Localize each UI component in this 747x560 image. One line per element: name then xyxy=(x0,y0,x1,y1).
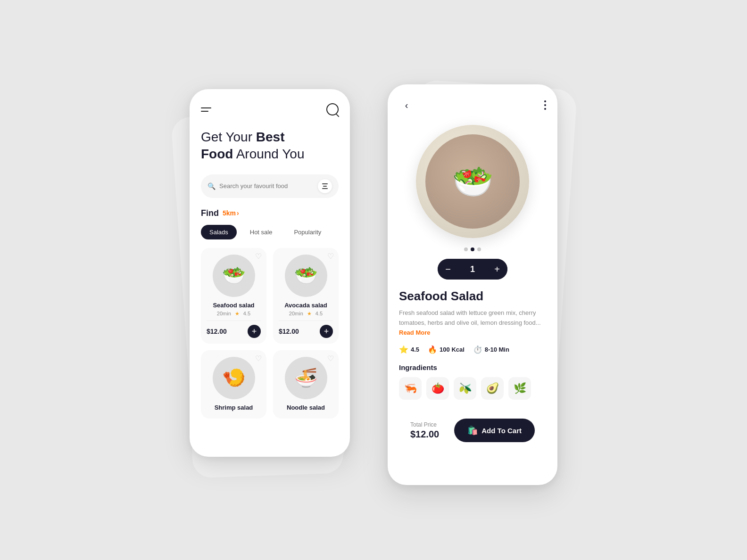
stats-row: ⭐ 4.5 🔥 100 Kcal ⏱️ 8-10 Min xyxy=(399,345,546,354)
food-name-seafood: Seafood salad xyxy=(207,302,261,309)
ingredients-section: Ingradients 🦐 🍅 🫒 🥑 🌿 xyxy=(399,363,546,400)
food-detail-name: Seafood Salad xyxy=(399,289,546,304)
ingredient-avocado[interactable]: 🥑 xyxy=(481,377,504,400)
search-input[interactable] xyxy=(219,182,314,189)
hamburger-icon[interactable] xyxy=(201,107,211,112)
increment-button[interactable]: + xyxy=(487,259,507,280)
main-food-image xyxy=(416,125,529,238)
heart-icon-seafood[interactable]: ♡ xyxy=(255,252,262,261)
ingredient-tomato[interactable]: 🍅 xyxy=(426,377,449,400)
cart-bag-icon: 🛍️ xyxy=(467,425,478,436)
cart-footer: Total Price $12.00 🛍️ Add To Cart xyxy=(399,411,546,450)
filter-line-2 xyxy=(323,186,327,187)
food-image-seafood: 🥗 xyxy=(213,255,255,297)
food-time-avocado: 20min xyxy=(289,311,303,317)
food-image-section xyxy=(388,120,557,247)
food-footer-avocado: $12.00 + xyxy=(279,321,333,338)
total-price-value: $12.00 xyxy=(410,429,439,440)
stat-rating: ⭐ 4.5 xyxy=(399,345,419,354)
back-button[interactable]: ‹ xyxy=(399,98,414,113)
filter-icon[interactable] xyxy=(318,179,332,193)
star-icon-seafood: ★ xyxy=(235,311,240,317)
ingredient-shrimp[interactable]: 🦐 xyxy=(399,377,422,400)
left-phone: Get Your Best Food Around You 🔍 Find 5km xyxy=(190,89,350,457)
food-image-noodle: 🍜 xyxy=(285,357,327,399)
ingredient-olive[interactable]: 🫒 xyxy=(454,377,476,400)
stat-time: ⏱️ 8-10 Min xyxy=(473,345,509,354)
food-meta-seafood: 20min ★ 4.5 xyxy=(207,311,261,317)
fire-icon: 🔥 xyxy=(428,345,437,354)
tab-hot-sale[interactable]: Hot sale xyxy=(241,225,281,239)
more-dot-3 xyxy=(544,108,546,110)
more-button[interactable] xyxy=(544,100,546,110)
food-meta-avocado: 20min ★ 4.5 xyxy=(279,311,333,317)
food-rating-seafood: 4.5 xyxy=(243,311,250,317)
total-price-section: Total Price $12.00 xyxy=(410,421,439,440)
quantity-display: 1 xyxy=(458,259,487,280)
total-price-label: Total Price xyxy=(410,421,439,428)
find-label: Find xyxy=(201,208,219,218)
search-bar[interactable]: 🔍 xyxy=(201,174,339,198)
tab-salads[interactable]: Salads xyxy=(201,225,237,239)
detail-section: Seafood Salad Fresh seafood salad with l… xyxy=(388,289,557,461)
heart-icon-avocado[interactable]: ♡ xyxy=(327,252,334,261)
top-bar xyxy=(201,103,339,115)
filter-line-1 xyxy=(322,183,328,184)
category-tabs: Salads Hot sale Popularity xyxy=(201,225,339,239)
food-time-seafood: 20min xyxy=(217,311,231,317)
food-name-avocado: Avocada salad xyxy=(279,302,333,309)
heart-icon-shrimp[interactable]: ♡ xyxy=(255,354,262,363)
star-icon-avocado: ★ xyxy=(307,311,312,317)
ingredients-label: Ingradients xyxy=(399,363,546,371)
food-price-seafood: $12.00 xyxy=(207,328,227,335)
tab-popularity[interactable]: Popularity xyxy=(285,225,330,239)
quantity-control: − 1 + xyxy=(388,259,557,280)
hero-title-bold1: Best xyxy=(256,130,285,144)
food-name-noodle: Noodle salad xyxy=(279,404,333,411)
more-dot-1 xyxy=(544,100,546,102)
food-price-avocado: $12.00 xyxy=(279,328,299,335)
ingredient-herb[interactable]: 🌿 xyxy=(508,377,531,400)
hero-title-part1: Get Your xyxy=(201,130,256,144)
dot-1[interactable] xyxy=(464,247,468,251)
decrement-button[interactable]: − xyxy=(438,259,458,280)
heart-icon-noodle[interactable]: ♡ xyxy=(327,354,334,363)
add-to-cart-button[interactable]: 🛍️ Add To Cart xyxy=(454,419,535,442)
image-dots xyxy=(388,247,557,251)
stat-rating-value: 4.5 xyxy=(411,346,419,353)
filter-line-3 xyxy=(322,188,328,189)
clock-icon: ⏱️ xyxy=(473,345,482,354)
add-to-cart-label: Add To Cart xyxy=(481,427,522,435)
stat-time-value: 8-10 Min xyxy=(485,346,509,353)
plate-inner xyxy=(425,134,520,229)
food-card-avocado: ♡ 🥗 Avocada salad 20min ★ 4.5 $12.00 + xyxy=(273,248,339,344)
food-card-seafood: ♡ 🥗 Seafood salad 20min ★ 4.5 $12.00 + xyxy=(201,248,266,344)
food-card-noodle: ♡ 🍜 Noodle salad xyxy=(273,350,339,419)
star-stat-icon: ⭐ xyxy=(399,345,408,354)
dot-3[interactable] xyxy=(477,247,481,251)
stat-calories-value: 100 Kcal xyxy=(440,346,465,353)
food-name-shrimp: Shrimp salad xyxy=(207,404,261,411)
read-more-link[interactable]: Read More xyxy=(399,329,430,336)
search-top-icon[interactable] xyxy=(326,103,339,115)
quantity-wrapper: − 1 + xyxy=(438,259,507,280)
food-footer-seafood: $12.00 + xyxy=(207,321,261,338)
ingredients-list: 🦐 🍅 🫒 🥑 🌿 xyxy=(399,377,546,400)
hero-title-bold2: Food xyxy=(201,147,233,161)
more-dot-2 xyxy=(544,104,546,106)
food-card-shrimp: ♡ 🍤 Shrimp salad xyxy=(201,350,266,419)
right-phone: ‹ − xyxy=(388,84,557,485)
food-image-avocado: 🥗 xyxy=(285,255,327,297)
right-header: ‹ xyxy=(388,84,557,120)
search-bar-icon: 🔍 xyxy=(208,182,216,190)
food-grid: ♡ 🥗 Seafood salad 20min ★ 4.5 $12.00 + xyxy=(201,248,339,419)
hero-title: Get Your Best Food Around You xyxy=(201,129,339,163)
stat-calories: 🔥 100 Kcal xyxy=(428,345,465,354)
add-btn-seafood[interactable]: + xyxy=(248,325,261,338)
food-image-shrimp: 🍤 xyxy=(213,357,255,399)
add-btn-avocado[interactable]: + xyxy=(320,325,333,338)
food-description: Fresh seafood salad with lettuce green m… xyxy=(399,308,546,338)
dot-2[interactable] xyxy=(471,247,474,251)
find-section: Find 5km › xyxy=(201,208,339,218)
find-distance[interactable]: 5km › xyxy=(223,209,239,217)
